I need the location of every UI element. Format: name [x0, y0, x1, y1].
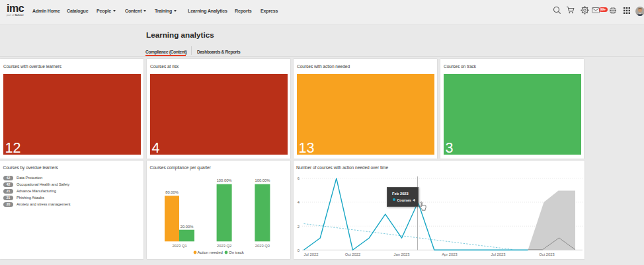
svg-text:Oct 2022: Oct 2022: [344, 252, 360, 256]
svg-text:20.00%: 20.00%: [181, 225, 194, 229]
svg-text:100.00%: 100.00%: [255, 178, 270, 182]
svg-text:2023 Q1: 2023 Q1: [172, 244, 186, 248]
svg-text:2: 2: [297, 225, 299, 229]
svg-text:4: 4: [297, 200, 300, 204]
svg-text:Jul 2023: Jul 2023: [491, 252, 505, 256]
svg-text:Apr 2023: Apr 2023: [442, 252, 458, 256]
svg-text:Jul 2022: Jul 2022: [303, 252, 318, 256]
svg-text:Jan 2023: Jan 2023: [393, 252, 409, 256]
svg-text:80.00%: 80.00%: [165, 190, 179, 194]
svg-text:On track: On track: [229, 250, 245, 254]
svg-text:100.00%: 100.00%: [217, 178, 232, 182]
svg-text:2023 Q2: 2023 Q2: [217, 244, 231, 248]
svg-text:Action needed: Action needed: [198, 250, 223, 254]
svg-text:Oct 2023: Oct 2023: [539, 252, 555, 256]
svg-text:2023 Q3: 2023 Q3: [255, 244, 270, 248]
svg-text:0: 0: [297, 248, 299, 252]
svg-text:6: 6: [297, 176, 299, 180]
